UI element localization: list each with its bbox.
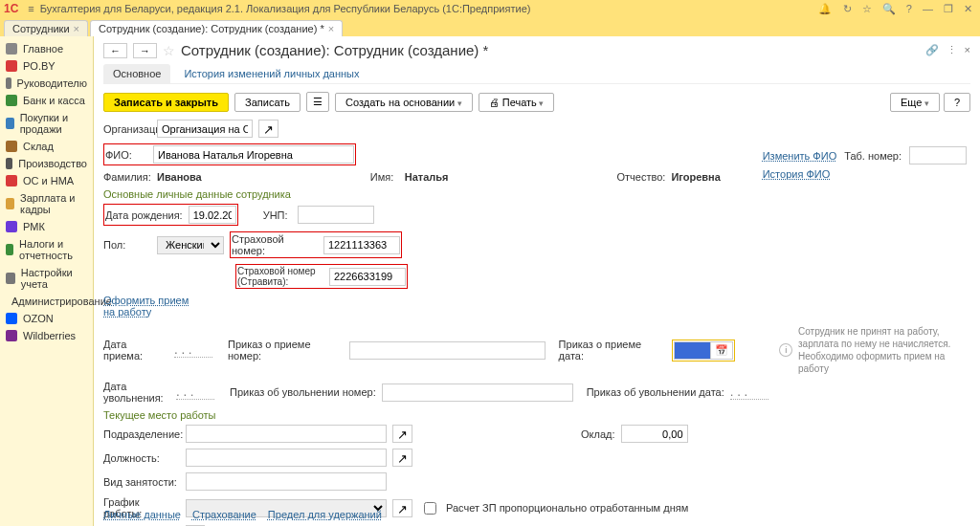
back-button[interactable]: ← <box>103 43 127 58</box>
help-icon[interactable]: ? <box>906 3 912 14</box>
deduction-link[interactable]: Предел для удержаний <box>268 509 382 520</box>
favorite-icon[interactable]: ☆ <box>163 43 175 58</box>
subtab-main[interactable]: Основное <box>103 64 170 83</box>
hire-order-input[interactable] <box>349 341 545 360</box>
subtab-history[interactable]: История изменений личных данных <box>182 64 361 83</box>
sidebar-item-assets[interactable]: ОС и НМА <box>0 172 93 189</box>
dob-input[interactable] <box>189 206 236 224</box>
cart-icon <box>6 118 14 129</box>
insurance-link[interactable]: Страхование <box>192 509 256 520</box>
insnum2-input[interactable] <box>329 268 406 286</box>
fam-value: Иванова <box>157 171 202 183</box>
save-button[interactable]: Записать <box>234 93 301 112</box>
fire-order-date-input[interactable] <box>730 384 768 400</box>
search-icon[interactable]: 🔍 <box>882 3 896 14</box>
save-close-button[interactable]: Записать и закрыть <box>103 93 229 112</box>
close-icon[interactable]: × <box>965 44 970 56</box>
open-position-button[interactable]: ↗ <box>392 449 412 467</box>
close-icon[interactable]: × <box>328 23 334 34</box>
forward-button[interactable]: → <box>133 43 157 58</box>
content: ← → ☆ Сотрудник (создание): Сотрудник (с… <box>94 36 980 526</box>
link-icon[interactable]: 🔗 <box>925 44 939 56</box>
sidebar-item-ozon[interactable]: OZON <box>0 310 93 327</box>
gear-icon <box>6 273 15 284</box>
prop-calc-checkbox[interactable] <box>424 502 436 515</box>
print-button[interactable]: 🖨 Печать <box>479 93 555 112</box>
box-icon <box>6 141 17 152</box>
fire-date-input[interactable] <box>176 384 214 400</box>
prop-calc-label: Расчет ЗП пропорционально отработанным д… <box>446 502 688 514</box>
open-schedule-button[interactable]: ↗ <box>392 499 412 517</box>
insnum-input[interactable] <box>323 236 400 254</box>
open-division-button[interactable]: ↗ <box>392 425 412 443</box>
hire-date-label: Дата приема: <box>103 339 168 362</box>
sidebar-item-bank[interactable]: Банк и касса <box>0 92 93 109</box>
change-fio-link[interactable]: Изменить ФИО <box>763 150 837 162</box>
division-input[interactable] <box>186 425 387 443</box>
personal-data-link[interactable]: Личные данные <box>103 509 181 520</box>
ozon-icon <box>6 313 17 324</box>
hire-link[interactable]: Оформить прием <box>103 295 189 306</box>
otch-label: Отчество: <box>617 171 666 183</box>
refresh-icon[interactable]: ↻ <box>843 3 852 14</box>
minimize-icon[interactable]: — <box>923 3 933 14</box>
hire-date-input[interactable] <box>174 342 212 358</box>
close-icon[interactable]: × <box>74 23 79 34</box>
tab-label: Сотрудники <box>12 23 70 34</box>
otch-value: Игоревна <box>671 171 720 183</box>
manager-icon <box>6 77 11 89</box>
list-button[interactable]: ☰ <box>306 92 329 112</box>
name-value: Наталья <box>405 171 449 183</box>
emp-type-input[interactable] <box>186 472 387 491</box>
org-input[interactable] <box>157 120 253 138</box>
hire-order-date-label: Приказ о приеме дата: <box>559 339 667 362</box>
print-icon: 🖨 <box>489 97 502 108</box>
assets-icon <box>6 175 17 186</box>
bell-icon[interactable]: 🔔 <box>818 3 832 14</box>
sidebar-item-rmk[interactable]: РМК <box>0 218 93 235</box>
fio-input[interactable] <box>153 145 354 164</box>
tab-employee-create[interactable]: Сотрудник (создание): Сотрудник (создани… <box>90 20 343 36</box>
star-icon[interactable]: ☆ <box>862 3 872 14</box>
fam-label: Фамилия: <box>103 171 151 183</box>
title-icons: 🔔 ↻ ☆ 🔍 ? — ❐ ✕ <box>814 3 976 15</box>
help-button[interactable]: ? <box>944 93 970 112</box>
tab-label: Сотрудник (создание): Сотрудник (создани… <box>99 23 324 34</box>
more-icon[interactable]: ⋮ <box>947 44 957 56</box>
hire-order-date-input[interactable] <box>674 341 710 360</box>
sidebar-item-production[interactable]: Производство <box>0 155 93 172</box>
sidebar-item-settings[interactable]: Настройки учета <box>0 264 93 293</box>
insnum-label: Страховой номер: <box>232 233 318 256</box>
open-org-button[interactable]: ↗ <box>258 120 278 138</box>
history-fio-link[interactable]: История ФИО <box>763 168 967 180</box>
sidebar-item-poby[interactable]: PO.BY <box>0 57 93 75</box>
tabbar: Сотрудники × Сотрудник (создание): Сотру… <box>0 17 980 36</box>
sidebar-item-admin[interactable]: Администрирование <box>0 293 93 310</box>
tab-num-input[interactable] <box>909 146 967 164</box>
sidebar-item-taxes[interactable]: Налоги и отчетность <box>0 235 93 264</box>
people-icon <box>6 198 14 209</box>
org-label: Организация: <box>103 123 151 135</box>
sidebar-item-warehouse[interactable]: Склад <box>0 138 93 155</box>
sidebar-item-sales[interactable]: Покупки и продажи <box>0 109 93 138</box>
tab-employees[interactable]: Сотрудники × <box>4 20 88 36</box>
more-button[interactable]: Еще <box>890 93 940 112</box>
calendar-icon[interactable]: 📅 <box>710 341 733 360</box>
salary-input[interactable] <box>621 425 688 443</box>
wb-icon <box>6 330 17 341</box>
sidebar-item-salary[interactable]: Зарплата и кадры <box>0 189 93 218</box>
sidebar-item-wb[interactable]: Wildberries <box>0 327 93 344</box>
position-input[interactable] <box>186 449 387 467</box>
sidebar-item-manager[interactable]: Руководителю <box>0 75 93 92</box>
close-icon[interactable]: ✕ <box>964 3 972 14</box>
sidebar-item-main[interactable]: Главное <box>0 40 93 57</box>
hamburger-icon[interactable]: ≡ <box>28 3 33 14</box>
restore-icon[interactable]: ❐ <box>944 3 953 14</box>
hire-link2[interactable]: на работу <box>103 306 151 318</box>
sex-select[interactable]: Женский <box>157 236 224 254</box>
tax-icon <box>6 244 13 255</box>
create-based-button[interactable]: Создать на основании <box>335 93 473 112</box>
home-icon <box>6 43 17 55</box>
unp-input[interactable] <box>298 206 374 224</box>
fire-order-input[interactable] <box>382 384 573 402</box>
